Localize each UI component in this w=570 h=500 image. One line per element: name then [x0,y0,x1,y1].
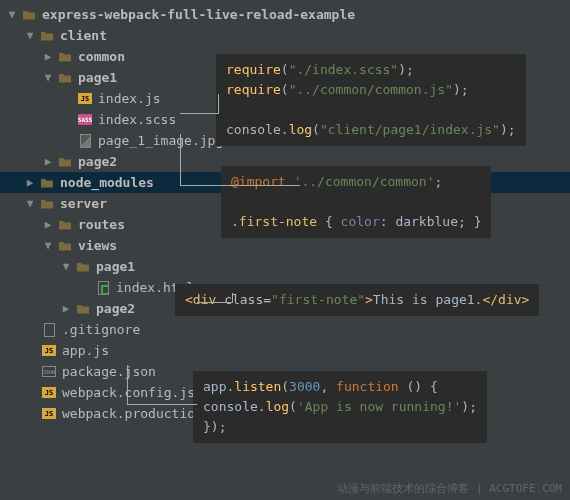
folder-label: page2 [96,301,135,316]
js-file-icon: JS [40,387,58,398]
tree-file-appjs[interactable]: JSapp.js [0,340,570,361]
chevron-down-icon: ▼ [4,8,20,21]
tree-folder-views[interactable]: ▼views [0,235,570,256]
chevron-right-icon: ▶ [40,50,56,63]
chevron-down-icon: ▼ [40,239,56,252]
chevron-right-icon: ▶ [40,218,56,231]
folder-label: client [60,28,107,43]
folder-label: node_modules [60,175,154,190]
connector-line [218,94,219,114]
file-label: .gitignore [62,322,140,337]
chevron-right-icon: ▶ [58,302,74,315]
folder-label: page1 [96,259,135,274]
folder-label: express-webpack-full-live-reload-example [42,7,355,22]
tree-folder-client[interactable]: ▼client [0,25,570,46]
chevron-right-icon: ▶ [40,155,56,168]
folder-label: server [60,196,107,211]
chevron-down-icon: ▼ [22,197,38,210]
folder-label: routes [78,217,125,232]
js-file-icon: JS [76,93,94,104]
folder-label: page2 [78,154,117,169]
connector-line [197,302,232,303]
file-label: app.js [62,343,109,358]
connector-line [180,113,218,114]
connector-line [180,134,300,186]
folder-label: common [78,49,125,64]
folder-icon [38,29,56,43]
connector-line [232,293,233,303]
code-snippet-html: <div class="first-note">This is page1.</… [175,284,539,316]
code-snippet-indexjs: require("./index.scss"); require("../com… [216,54,526,146]
tree-folder-page1b[interactable]: ▼page1 [0,256,570,277]
json-file-icon: JSON [40,366,58,377]
chevron-down-icon: ▼ [58,260,74,273]
folder-icon [56,71,74,85]
tree-file-gitignore[interactable]: .gitignore [0,319,570,340]
chevron-down-icon: ▼ [22,29,38,42]
js-file-icon: JS [40,408,58,419]
chevron-down-icon: ▼ [40,71,56,84]
file-label: index.scss [98,112,176,127]
folder-icon [56,239,74,253]
watermark-text: 动漫与前端技术的综合博客 | ACGTOFE.COM [337,481,562,496]
image-file-icon [76,134,94,148]
folder-icon [56,155,74,169]
sass-file-icon: SASS [76,114,94,125]
chevron-right-icon: ▶ [22,176,38,189]
file-label: index.js [98,91,161,106]
folder-icon [38,176,56,190]
folder-icon [74,260,92,274]
connector-line [127,365,197,405]
text-file-icon [40,323,58,337]
folder-icon [56,218,74,232]
folder-label: page1 [78,70,117,85]
folder-icon [20,8,38,22]
folder-icon [38,197,56,211]
folder-label: views [78,238,117,253]
code-snippet-appjs: app.listen(3000, function () { console.l… [193,371,487,443]
js-file-icon: JS [40,345,58,356]
folder-icon [56,50,74,64]
tree-root[interactable]: ▼express-webpack-full-live-reload-exampl… [0,4,570,25]
folder-icon [74,302,92,316]
html-file-icon [94,281,112,295]
